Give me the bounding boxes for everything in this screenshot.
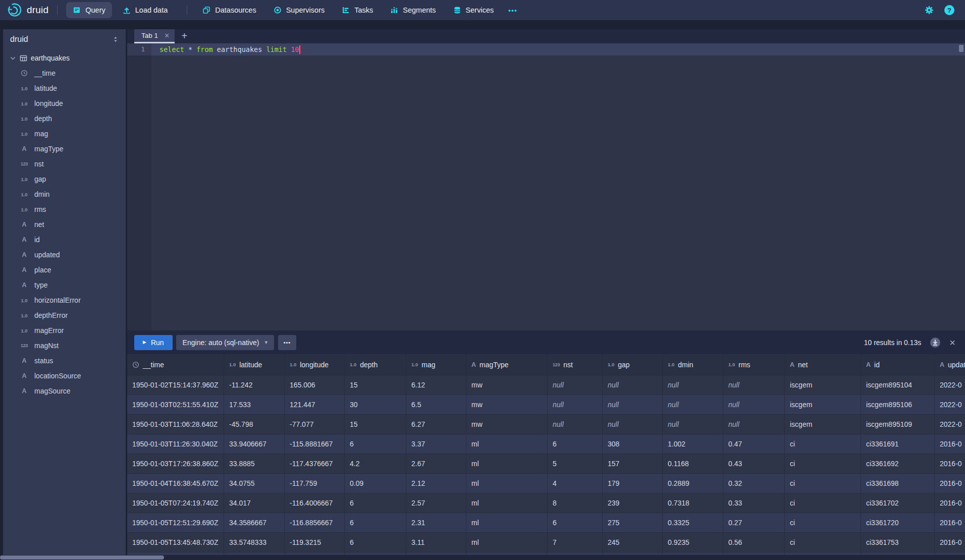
table-cell[interactable]: ci3361698: [861, 474, 935, 493]
table-cell[interactable]: 33.5748333: [224, 533, 285, 552]
sidebar-column-magnst[interactable]: 123magNst: [3, 338, 126, 353]
sidebar-column-magsource[interactable]: AmagSource: [3, 383, 126, 399]
column-header-latitude[interactable]: 1.0latitude: [224, 354, 285, 375]
table-cell[interactable]: 1950-01-05T12:51:29.690Z: [127, 513, 224, 533]
table-cell[interactable]: 6: [548, 513, 603, 533]
table-cell[interactable]: 4: [548, 474, 603, 493]
table-cell[interactable]: 0.2889: [663, 474, 723, 493]
table-cell[interactable]: 2.12: [406, 474, 466, 493]
table-cell[interactable]: ml: [466, 434, 548, 454]
table-cell[interactable]: 15: [345, 415, 406, 434]
table-cell[interactable]: mw: [466, 375, 548, 395]
table-cell[interactable]: 2016-0: [935, 493, 965, 513]
table-cell[interactable]: null: [603, 395, 663, 415]
table-cell[interactable]: null: [548, 395, 603, 415]
table-cell[interactable]: mw: [466, 395, 548, 415]
table-cell[interactable]: 6.27: [406, 415, 466, 434]
table-cell[interactable]: 0.27: [723, 513, 785, 533]
close-tab-icon[interactable]: ×: [165, 32, 169, 40]
table-cell[interactable]: 34.3586667: [224, 513, 285, 533]
table-cell[interactable]: 7: [548, 533, 603, 552]
table-cell[interactable]: 6.12: [406, 375, 466, 395]
table-cell[interactable]: 2.67: [406, 454, 466, 474]
table-cell[interactable]: 308: [603, 434, 663, 454]
column-header-rms[interactable]: 1.0rms: [723, 354, 785, 375]
sidebar-column-place[interactable]: Aplace: [3, 262, 126, 277]
table-cell[interactable]: 2016-0: [935, 533, 965, 552]
column-header--time[interactable]: __time: [127, 354, 224, 375]
sidebar-column--time[interactable]: __time: [3, 66, 126, 81]
column-header-dmin[interactable]: 1.0dmin: [663, 354, 723, 375]
table-cell[interactable]: iscgem: [785, 415, 861, 434]
table-cell[interactable]: ci: [785, 454, 861, 474]
table-cell[interactable]: 6: [345, 434, 406, 454]
table-cell[interactable]: 2022-0: [935, 395, 965, 415]
table-cell[interactable]: null: [663, 395, 723, 415]
nav-item-supervisors[interactable]: Supervisors: [267, 2, 332, 18]
table-cell[interactable]: 1.002: [663, 434, 723, 454]
sidebar-column-gap[interactable]: 1.0gap: [3, 172, 126, 187]
double-caret-vertical-icon[interactable]: [112, 36, 119, 43]
table-cell[interactable]: 1950-01-04T16:38:45.670Z: [127, 474, 224, 493]
table-cell[interactable]: ml: [466, 474, 548, 493]
sidebar-column-latitude[interactable]: 1.0latitude: [3, 81, 126, 96]
table-cell[interactable]: null: [663, 415, 723, 434]
chevron-down-icon[interactable]: [10, 55, 16, 62]
sidebar-column-horizontalerror[interactable]: 1.0horizontalError: [3, 293, 126, 308]
column-header-magtype[interactable]: AmagType: [466, 354, 548, 375]
sidebar-column-magerror[interactable]: 1.0magError: [3, 323, 126, 338]
sidebar-column-net[interactable]: Anet: [3, 217, 126, 232]
table-cell[interactable]: 0.33: [723, 493, 785, 513]
table-cell[interactable]: 34.017: [224, 493, 285, 513]
table-cell[interactable]: 239: [603, 493, 663, 513]
table-cell[interactable]: 0.43: [723, 454, 785, 474]
table-cell[interactable]: 165.006: [285, 375, 345, 395]
table-cell[interactable]: ci3361720: [861, 513, 935, 533]
table-cell[interactable]: 0.7318: [663, 493, 723, 513]
table-cell[interactable]: 2016-0: [935, 474, 965, 493]
table-cell[interactable]: null: [723, 375, 785, 395]
nav-item-services[interactable]: Services: [447, 2, 501, 18]
table-cell[interactable]: 33.8885: [224, 454, 285, 474]
table-cell[interactable]: 0.9235: [663, 533, 723, 552]
table-cell[interactable]: 8: [548, 493, 603, 513]
table-cell[interactable]: 2016-0: [935, 454, 965, 474]
sidebar-column-id[interactable]: Aid: [3, 232, 126, 247]
column-header-id[interactable]: Aid: [861, 354, 935, 375]
table-cell[interactable]: 1950-01-02T15:14:37.960Z: [127, 375, 224, 395]
column-header-depth[interactable]: 1.0depth: [345, 354, 406, 375]
sidebar-column-mag[interactable]: 1.0mag: [3, 126, 126, 141]
table-cell[interactable]: ci3361702: [861, 493, 935, 513]
query-more-button[interactable]: •••: [278, 335, 296, 350]
table-cell[interactable]: 121.447: [285, 395, 345, 415]
table-cell[interactable]: 30: [345, 395, 406, 415]
table-cell[interactable]: -11.242: [224, 375, 285, 395]
table-cell[interactable]: 6: [345, 533, 406, 552]
table-cell[interactable]: ci: [785, 474, 861, 493]
table-cell[interactable]: 6.5: [406, 395, 466, 415]
table-cell[interactable]: ci: [785, 434, 861, 454]
column-header-net[interactable]: Anet: [785, 354, 861, 375]
nav-item-load-data[interactable]: Load data: [116, 2, 175, 18]
table-cell[interactable]: -116.4006667: [285, 493, 345, 513]
gear-icon[interactable]: [925, 6, 934, 15]
column-header-mag[interactable]: 1.0mag: [406, 354, 466, 375]
table-cell[interactable]: 6: [345, 493, 406, 513]
table-cell[interactable]: -77.077: [285, 415, 345, 434]
sql-code-line[interactable]: select * from earthquakes limit 10: [151, 43, 965, 55]
column-header-longitude[interactable]: 1.0longitude: [285, 354, 345, 375]
table-cell[interactable]: 2022-0: [935, 375, 965, 395]
table-cell[interactable]: iscgem895104: [861, 375, 935, 395]
table-cell[interactable]: 0.32: [723, 474, 785, 493]
table-cell[interactable]: 2.57: [406, 493, 466, 513]
table-cell[interactable]: -115.8881667: [285, 434, 345, 454]
table-cell[interactable]: ci: [785, 533, 861, 552]
table-cell[interactable]: iscgem895106: [861, 395, 935, 415]
table-cell[interactable]: 6: [548, 434, 603, 454]
engine-select-button[interactable]: Engine: auto (sql-native) ▾: [176, 335, 274, 350]
sidebar-column-magtype[interactable]: AmagType: [3, 141, 126, 156]
nav-item-datasources[interactable]: Datasources: [196, 2, 262, 18]
nav-item-segments[interactable]: Segments: [384, 2, 442, 18]
table-cell[interactable]: ci3361691: [861, 434, 935, 454]
table-cell[interactable]: -119.3215: [285, 533, 345, 552]
